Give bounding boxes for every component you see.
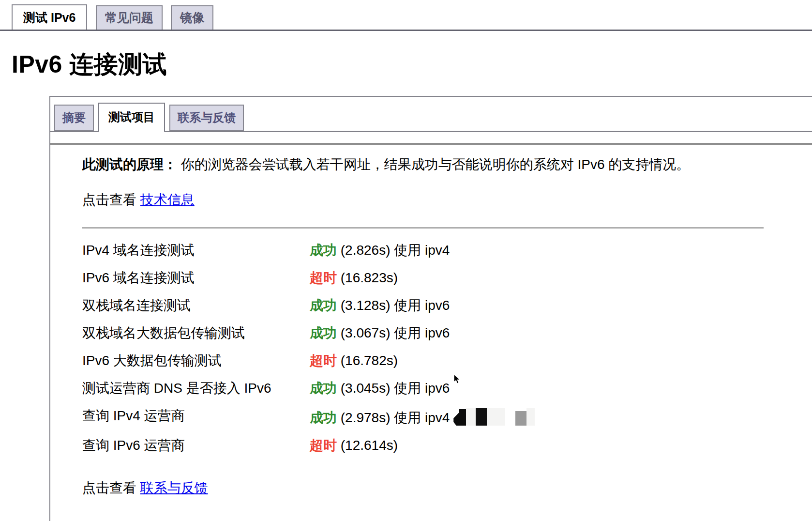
- status-text: 超时: [310, 438, 337, 453]
- status-text: 成功: [310, 410, 337, 425]
- results-divider: [82, 227, 764, 229]
- test-name: 双栈域名大数据包传输测试: [82, 325, 310, 341]
- status-text: 成功: [310, 325, 337, 340]
- test-result: 超时 (12.614s): [310, 438, 398, 453]
- redacted-block: [505, 408, 515, 426]
- results-panel: 摘要 测试项目 联系与反馈 此测试的原理： 你的浏览器会尝试载入若干网址，结果成…: [49, 96, 812, 521]
- test-result: 成功 (3.128s) 使用 ipv6: [310, 298, 450, 313]
- page-title: IPv6 连接测试: [12, 48, 812, 81]
- status-detail: (3.128s) 使用 ipv6: [337, 298, 450, 313]
- test-result-row: IPv4 域名连接测试成功 (2.826s) 使用 ipv4: [82, 243, 764, 258]
- panel-content: 此测试的原理： 你的浏览器会尝试载入若干网址，结果成功与否能说明你的系统对 IP…: [50, 145, 812, 497]
- test-result: 成功 (3.045s) 使用 ipv6: [310, 381, 450, 396]
- tech-info-prefix: 点击查看: [82, 192, 140, 207]
- test-name: IPv4 域名连接测试: [82, 243, 310, 258]
- tech-info-line: 点击查看 技术信息: [82, 191, 764, 209]
- test-result-row: 测试运营商 DNS 是否接入 IPv6成功 (3.045s) 使用 ipv6: [82, 381, 764, 396]
- tab-summary[interactable]: 摘要: [54, 105, 94, 131]
- tab-test-items[interactable]: 测试项目: [98, 103, 165, 132]
- test-principle-rest: 你的浏览器会尝试载入若干网址，结果成功与否能说明你的系统对 IPv6 的支持情况…: [177, 157, 690, 172]
- panel-spacer: [50, 132, 812, 143]
- redacted-block: [526, 408, 535, 426]
- status-text: 超时: [310, 270, 337, 285]
- test-name: 查询 IPv4 运营商: [82, 408, 310, 426]
- redacted-block: [466, 408, 476, 426]
- test-result-row: 查询 IPv4 运营商成功 (2.978s) 使用 ipv4: [82, 408, 764, 426]
- tech-info-link[interactable]: 技术信息: [140, 192, 195, 207]
- test-result: 成功 (2.826s) 使用 ipv4: [310, 243, 450, 258]
- test-name: IPv6 域名连接测试: [82, 270, 310, 286]
- test-result: 成功 (2.978s) 使用 ipv4: [310, 408, 535, 426]
- feedback-prefix: 点击查看: [82, 480, 140, 495]
- status-detail: (12.614s): [337, 438, 398, 453]
- tab-faq[interactable]: 常见问题: [96, 5, 163, 30]
- results-list: IPv4 域名连接测试成功 (2.826s) 使用 ipv4IPv6 域名连接测…: [82, 243, 764, 453]
- redacted-block: [487, 408, 505, 426]
- test-principle-text: 此测试的原理： 你的浏览器会尝试载入若干网址，结果成功与否能说明你的系统对 IP…: [82, 155, 764, 174]
- test-principle-lead: 此测试的原理：: [82, 157, 177, 172]
- test-name: 双栈域名连接测试: [82, 298, 310, 313]
- test-result-row: IPv6 域名连接测试超时 (16.823s): [82, 270, 764, 286]
- panel-tabstrip: 摘要 测试项目 联系与反馈: [50, 97, 812, 132]
- site-tabbar: 测试 IPv6 常见问题 镜像: [0, 0, 812, 31]
- test-name: 查询 IPv6 运营商: [82, 438, 310, 453]
- status-detail: (16.823s): [337, 270, 398, 285]
- status-text: 成功: [310, 381, 337, 396]
- test-result: 超时 (16.782s): [310, 353, 398, 368]
- test-result: 超时 (16.823s): [310, 270, 398, 286]
- status-text: 成功: [310, 298, 337, 313]
- redacted-block: [453, 409, 466, 426]
- redacted-block: [476, 408, 487, 426]
- test-name: IPv6 大数据包传输测试: [82, 353, 310, 368]
- status-detail: (16.782s): [337, 353, 398, 368]
- test-result: 成功 (3.067s) 使用 ipv6: [310, 325, 450, 341]
- test-result-row: 双栈域名大数据包传输测试成功 (3.067s) 使用 ipv6: [82, 325, 764, 341]
- status-text: 成功: [310, 243, 337, 258]
- test-name: 测试运营商 DNS 是否接入 IPv6: [82, 381, 310, 396]
- test-result-row: IPv6 大数据包传输测试超时 (16.782s): [82, 353, 764, 368]
- status-detail: (2.978s) 使用 ipv4: [337, 410, 453, 425]
- redacted-block: [515, 411, 526, 426]
- tab-test-ipv6[interactable]: 测试 IPv6: [12, 4, 87, 30]
- status-detail: (2.826s) 使用 ipv4: [337, 243, 450, 258]
- tab-mirrors[interactable]: 镜像: [171, 5, 213, 30]
- tab-contact-feedback[interactable]: 联系与反馈: [169, 105, 244, 131]
- status-text: 超时: [310, 353, 337, 368]
- test-result-row: 双栈域名连接测试成功 (3.128s) 使用 ipv6: [82, 298, 764, 313]
- feedback-line: 点击查看 联系与反馈: [82, 479, 764, 497]
- test-result-row: 查询 IPv6 运营商超时 (12.614s): [82, 438, 764, 453]
- status-detail: (3.045s) 使用 ipv6: [337, 381, 450, 396]
- status-detail: (3.067s) 使用 ipv6: [337, 325, 450, 340]
- feedback-link[interactable]: 联系与反馈: [140, 480, 208, 495]
